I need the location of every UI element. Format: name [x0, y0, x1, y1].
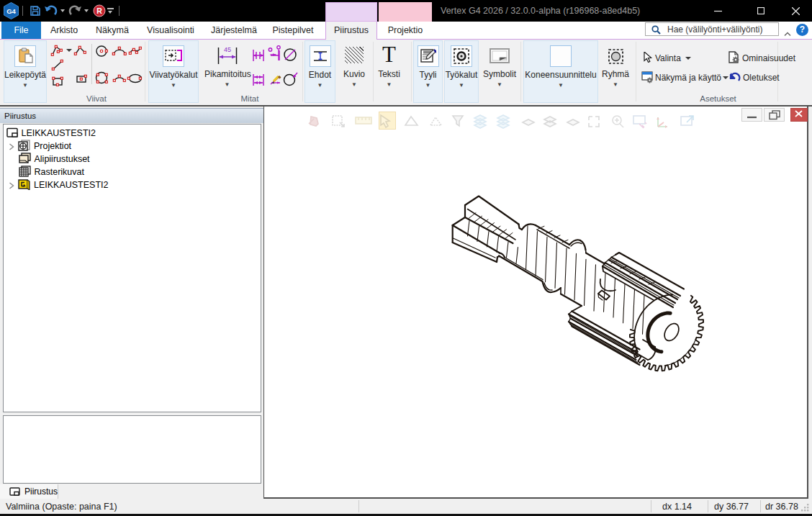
- svg-text:R: R: [96, 6, 102, 15]
- svg-text:G4: G4: [6, 7, 16, 15]
- svg-text:45: 45: [224, 46, 231, 53]
